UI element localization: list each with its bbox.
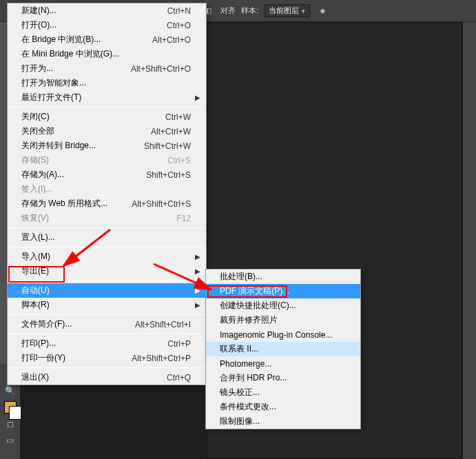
menu-item[interactable]: 退出(X)Ctrl+Q — [8, 370, 206, 385]
menu-item[interactable]: 合并到 HDR Pro... — [206, 371, 360, 385]
menu-item[interactable]: 存储为 Web 所用格式...Alt+Shift+Ctrl+S — [8, 196, 206, 211]
menu-item-label: 新建(N)... — [21, 5, 56, 17]
menu-item-label: 自动(U) — [21, 285, 50, 296]
submenu-arrow-icon: ▶ — [195, 301, 200, 309]
menu-item-label: 在 Bridge 中浏览(B)... — [21, 34, 101, 45]
screenmode-icon[interactable]: ▭ — [4, 434, 17, 447]
menu-item-label: 存储为(A)... — [21, 169, 64, 181]
menu-item[interactable]: 存储为(A)...Shift+Ctrl+S — [8, 167, 206, 182]
menu-item[interactable]: 自动(U)▶ — [8, 283, 206, 298]
menu-item[interactable]: 批处理(B)... — [206, 269, 360, 284]
menu-item: 存储(S)Ctrl+S — [8, 153, 206, 167]
menu-item[interactable]: 条件模式更改... — [206, 400, 360, 414]
menu-item[interactable]: 镜头校正... — [206, 385, 360, 400]
menu-separator — [8, 367, 205, 368]
menu-shortcut: Shift+Ctrl+S — [146, 170, 191, 180]
menu-item[interactable]: 打开为...Alt+Shift+Ctrl+O — [8, 61, 206, 76]
menu-item[interactable]: 打开(O)...Ctrl+O — [8, 18, 206, 32]
menu-item-label: 镜头校正... — [220, 387, 260, 398]
menu-item-label: 退出(X) — [21, 371, 49, 383]
menu-item-label: 打开(O)... — [21, 19, 56, 31]
menu-item-label: 打开为智能对象... — [21, 77, 86, 89]
menu-item[interactable]: Photomerge... — [206, 356, 360, 371]
menu-item-label: 条件模式更改... — [220, 401, 276, 413]
menu-item-label: 脚本(R) — [21, 299, 50, 311]
menu-item-label: 文件简介(F)... — [21, 318, 72, 330]
submenu-arrow-icon: ▶ — [195, 253, 200, 261]
menu-shortcut: Alt+Shift+Ctrl+S — [132, 199, 191, 209]
menu-item-label: 导出(E) — [21, 265, 49, 277]
sample-value[interactable]: 当前图层▾ — [264, 4, 310, 17]
menu-item-label: 导入(M) — [21, 251, 50, 263]
menu-item-label: 打印一份(Y) — [21, 352, 65, 364]
menu-item[interactable]: 联系表 II... — [206, 342, 360, 356]
menu-item-label: 裁剪并修齐照片 — [220, 314, 278, 326]
menu-item[interactable]: 裁剪并修齐照片 — [206, 313, 360, 327]
menu-item-label: 创建快捷批处理(C)... — [220, 300, 296, 312]
menu-shortcut: Alt+Shift+Ctrl+I — [135, 320, 191, 329]
menu-item-label: 在 Mini Bridge 中浏览(G)... — [21, 48, 119, 60]
menu-item[interactable]: 脚本(R)▶ — [8, 298, 206, 312]
menu-item-label: 签入(I)... — [21, 183, 52, 195]
menu-item-label: Photomerge... — [220, 359, 271, 369]
tool-icon-7[interactable]: ◈ — [315, 4, 329, 18]
menu-separator — [8, 280, 205, 281]
menu-shortcut: Ctrl+S — [167, 156, 191, 165]
menu-separator — [8, 314, 205, 315]
menu-item[interactable]: 限制图像... — [206, 414, 360, 429]
menu-shortcut: Alt+Ctrl+W — [151, 127, 191, 136]
menu-shortcut: Alt+Shift+Ctrl+O — [131, 64, 191, 74]
menu-item-label: 关闭(C) — [21, 111, 50, 123]
menu-item-label: 合并到 HDR Pro... — [220, 372, 287, 384]
menu-item[interactable]: Imagenomic Plug-in Console... — [206, 327, 360, 342]
menu-item-label: PDF 演示文稿(P)... — [220, 285, 289, 297]
menu-item[interactable]: 导出(E)▶ — [8, 264, 206, 278]
color-swatch[interactable] — [4, 401, 17, 414]
menu-item[interactable]: 关闭并转到 Bridge...Shift+Ctrl+W — [8, 139, 206, 153]
align-label: 对齐 — [220, 6, 236, 16]
automate-submenu: 批处理(B)...PDF 演示文稿(P)...创建快捷批处理(C)...裁剪并修… — [205, 269, 361, 429]
menu-item[interactable]: 打开为智能对象... — [8, 76, 206, 90]
menu-item[interactable]: 关闭(C)Ctrl+W — [8, 110, 206, 124]
menu-shortcut: Ctrl+W — [165, 112, 191, 122]
submenu-arrow-icon: ▶ — [195, 287, 200, 294]
menu-shortcut: Alt+Shift+Ctrl+P — [132, 354, 191, 363]
submenu-arrow-icon: ▶ — [195, 267, 200, 275]
menu-separator — [8, 334, 205, 334]
menu-item-label: Imagenomic Plug-in Console... — [220, 330, 332, 340]
menu-shortcut: Ctrl+P — [167, 339, 191, 349]
menu-separator — [8, 107, 205, 108]
menu-item[interactable]: 打印一份(Y)Alt+Shift+Ctrl+P — [8, 351, 206, 365]
menu-item-label: 关闭并转到 Bridge... — [21, 140, 96, 152]
menu-item[interactable]: 在 Bridge 中浏览(B)...Alt+Ctrl+O — [8, 32, 206, 47]
sample-label: 样本: — [241, 6, 258, 16]
menu-item-label: 置入(L)... — [21, 232, 55, 243]
menu-item[interactable]: 在 Mini Bridge 中浏览(G)... — [8, 47, 206, 61]
menu-shortcut: F12 — [176, 214, 191, 223]
menu-item-label: 存储为 Web 所用格式... — [21, 198, 107, 210]
menu-item-label: 打开为... — [21, 63, 53, 74]
panel-strip — [462, 22, 476, 459]
menu-item-label: 关闭全部 — [21, 125, 54, 137]
menu-shortcut: Ctrl+Q — [167, 373, 191, 382]
menu-separator — [8, 247, 205, 247]
menu-shortcut: Ctrl+N — [167, 6, 191, 16]
menu-item[interactable]: 文件简介(F)...Alt+Shift+Ctrl+I — [8, 317, 206, 332]
menu-shortcut: Shift+Ctrl+W — [144, 141, 191, 151]
menu-item[interactable]: 置入(L)... — [8, 230, 206, 245]
menu-item[interactable]: PDF 演示文稿(P)... — [206, 284, 360, 298]
menu-item[interactable]: 创建快捷批处理(C)... — [206, 298, 360, 313]
menu-item-label: 最近打开文件(T) — [21, 92, 81, 103]
menu-item[interactable]: 新建(N)...Ctrl+N — [8, 3, 206, 18]
menu-item-label: 批处理(B)... — [220, 271, 262, 283]
menu-item[interactable]: 最近打开文件(T)▶ — [8, 90, 206, 105]
menu-separator — [8, 227, 205, 228]
zoom-tool-icon[interactable]: 🔍 — [4, 385, 17, 397]
submenu-arrow-icon: ▶ — [195, 94, 200, 101]
menu-item[interactable]: 打印(P)...Ctrl+P — [8, 336, 206, 351]
menu-item[interactable]: 关闭全部Alt+Ctrl+W — [8, 124, 206, 139]
menu-item[interactable]: 导入(M)▶ — [8, 249, 206, 264]
menu-item-label: 存储(S) — [21, 154, 49, 166]
menu-item-label: 恢复(V) — [21, 212, 49, 224]
file-menu: 新建(N)...Ctrl+N打开(O)...Ctrl+O在 Bridge 中浏览… — [7, 3, 207, 385]
